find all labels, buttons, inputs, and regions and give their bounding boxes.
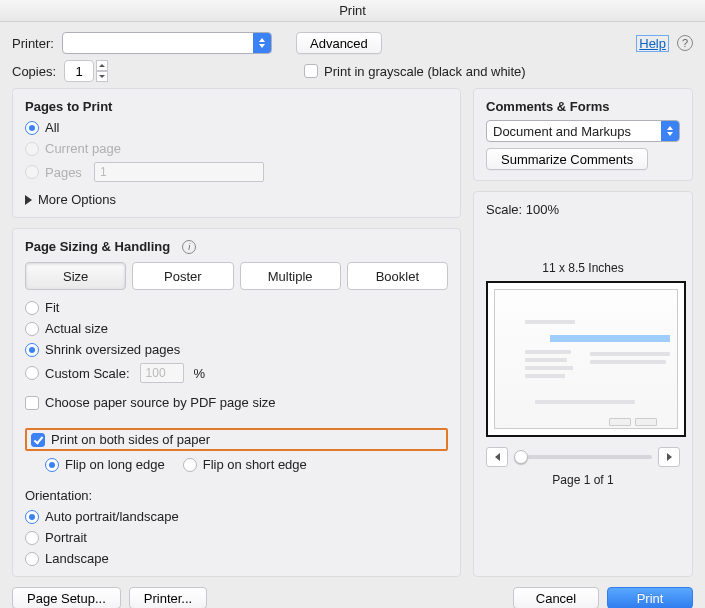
radio-icon	[45, 458, 59, 472]
printer-row: Printer: Advanced Help ?	[12, 32, 693, 54]
radio-icon	[25, 301, 39, 315]
checkbox-icon	[304, 64, 318, 78]
advanced-button[interactable]: Advanced	[296, 32, 382, 54]
radio-current-page[interactable]: Current page	[25, 141, 448, 156]
triangle-right-icon	[25, 195, 32, 205]
pages-range-input[interactable]	[94, 162, 264, 182]
main-columns: Pages to Print All Current page Pages	[12, 88, 693, 577]
checkbox-icon	[25, 396, 39, 410]
dialog-content: Printer: Advanced Help ? Copies: Print i…	[0, 22, 705, 608]
preview-nav-row	[486, 447, 680, 467]
preview-dimensions: 11 x 8.5 Inches	[486, 261, 680, 275]
print-button[interactable]: Print	[607, 587, 693, 608]
scale-label: Scale: 100%	[486, 202, 680, 217]
radio-flip-long[interactable]: Flip on long edge	[45, 457, 165, 472]
page-sizing-panel: Page Sizing & Handling i Size Poster Mul…	[12, 228, 461, 577]
highlighted-both-sides: Print on both sides of paper	[25, 428, 448, 451]
radio-orientation-landscape[interactable]: Landscape	[25, 551, 448, 566]
dialog-footer: Page Setup... Printer... Cancel Print	[12, 583, 693, 608]
printer-label: Printer:	[12, 36, 54, 51]
page-slider[interactable]	[514, 455, 652, 459]
radio-fit[interactable]: Fit	[25, 300, 448, 315]
radio-orientation-portrait[interactable]: Portrait	[25, 530, 448, 545]
radio-shrink[interactable]: Shrink oversized pages	[25, 342, 448, 357]
window-title: Print	[0, 0, 705, 22]
seg-poster[interactable]: Poster	[132, 262, 233, 290]
choose-paper-source-checkbox[interactable]: Choose paper source by PDF page size	[25, 395, 448, 410]
checkbox-icon	[31, 433, 45, 447]
radio-orientation-auto[interactable]: Auto portrait/landscape	[25, 509, 448, 524]
seg-booklet[interactable]: Booklet	[347, 262, 448, 290]
help-link[interactable]: Help	[636, 35, 669, 52]
preview-panel: Scale: 100% 11 x 8.5 Inches	[473, 191, 693, 577]
preview-thumbnail	[494, 289, 678, 429]
radio-icon	[25, 366, 39, 380]
page-sizing-title: Page Sizing & Handling	[25, 239, 170, 254]
page-indicator: Page 1 of 1	[486, 473, 680, 487]
popup-arrows-icon	[253, 33, 271, 53]
radio-icon	[25, 322, 39, 336]
radio-custom-scale[interactable]: Custom Scale: %	[25, 363, 448, 383]
radio-actual-size[interactable]: Actual size	[25, 321, 448, 336]
next-page-button[interactable]	[658, 447, 680, 467]
popup-arrows-icon	[661, 121, 679, 141]
info-icon[interactable]: i	[182, 240, 196, 254]
prev-page-button[interactable]	[486, 447, 508, 467]
radio-icon	[25, 142, 39, 156]
sizing-segmented: Size Poster Multiple Booklet	[25, 262, 448, 290]
grayscale-checkbox[interactable]: Print in grayscale (black and white)	[304, 64, 526, 79]
comments-forms-panel: Comments & Forms Document and Markups Su…	[473, 88, 693, 181]
summarize-comments-button[interactable]: Summarize Comments	[486, 148, 648, 170]
radio-pages[interactable]: Pages	[25, 162, 448, 182]
seg-size[interactable]: Size	[25, 262, 126, 290]
print-dialog: Print Printer: Advanced Help ? Copies:	[0, 0, 705, 608]
cancel-button[interactable]: Cancel	[513, 587, 599, 608]
right-column: Comments & Forms Document and Markups Su…	[473, 88, 693, 577]
pages-to-print-panel: Pages to Print All Current page Pages	[12, 88, 461, 218]
comments-forms-title: Comments & Forms	[486, 99, 680, 114]
radio-all[interactable]: All	[25, 120, 448, 135]
radio-flip-short[interactable]: Flip on short edge	[183, 457, 307, 472]
radio-icon	[25, 531, 39, 545]
more-options-disclosure[interactable]: More Options	[25, 192, 448, 207]
radio-icon	[25, 121, 39, 135]
preview-box	[486, 281, 686, 437]
orientation-title: Orientation:	[25, 488, 448, 503]
copies-row: Copies: Print in grayscale (black and wh…	[12, 60, 693, 82]
radio-icon	[25, 552, 39, 566]
printer-button[interactable]: Printer...	[129, 587, 207, 608]
comments-select[interactable]: Document and Markups	[486, 120, 680, 142]
copies-label: Copies:	[12, 64, 56, 79]
radio-icon	[25, 343, 39, 357]
radio-icon	[183, 458, 197, 472]
custom-scale-input[interactable]	[140, 363, 184, 383]
left-column: Pages to Print All Current page Pages	[12, 88, 461, 577]
slider-knob-icon	[514, 450, 528, 464]
copies-input[interactable]	[64, 60, 94, 82]
pages-to-print-title: Pages to Print	[25, 99, 448, 114]
help-icon[interactable]: ?	[677, 35, 693, 51]
copies-stepper[interactable]	[64, 60, 108, 82]
radio-icon	[25, 510, 39, 524]
grayscale-label: Print in grayscale (black and white)	[324, 64, 526, 79]
printer-select[interactable]	[62, 32, 272, 54]
radio-icon	[25, 165, 39, 179]
both-sides-checkbox[interactable]: Print on both sides of paper	[31, 432, 210, 447]
page-setup-button[interactable]: Page Setup...	[12, 587, 121, 608]
seg-multiple[interactable]: Multiple	[240, 262, 341, 290]
stepper-arrows-icon[interactable]	[96, 60, 108, 82]
